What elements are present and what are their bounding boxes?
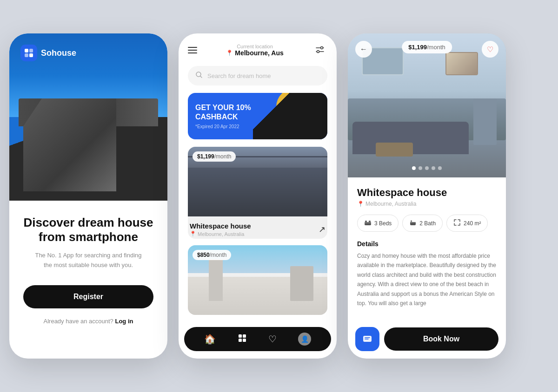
screen-home: Current location 📍 Melbourne, Aus <box>179 33 337 359</box>
area-label: 240 m² <box>464 220 481 227</box>
bottom-action: Book Now <box>348 321 506 359</box>
expand-arrows-icon <box>453 219 461 228</box>
building-facade <box>23 98 116 191</box>
expand-icon-1[interactable]: ↗ <box>319 224 326 235</box>
listing-card-1[interactable]: $1,199/month Whitespace house 📍 Melbourn… <box>188 147 327 239</box>
details-text: Cozy and homey house with the most affor… <box>357 251 497 308</box>
pin-icon-1: 📍 <box>190 231 196 237</box>
photo-dots <box>412 166 442 170</box>
dot-3[interactable] <box>425 166 429 170</box>
listing-location-1: 📍 Melbourne, Australia <box>190 231 251 237</box>
beds-label: 3 Beds <box>374 220 392 227</box>
svg-rect-2 <box>25 53 28 57</box>
detail-content: Whitespace house 📍 Melbourne, Australia <box>348 177 506 321</box>
login-link[interactable]: Log in <box>115 318 133 325</box>
listing-image-1: $1,199/month <box>188 147 327 216</box>
nav-heart-icon[interactable]: ♡ <box>268 333 277 345</box>
svg-rect-17 <box>369 221 371 222</box>
room-table <box>376 143 413 157</box>
screen1-headline: Discover dream house from smartphone <box>20 216 156 244</box>
svg-rect-11 <box>243 334 246 338</box>
register-button[interactable]: Register <box>23 285 153 308</box>
svg-point-7 <box>317 51 319 53</box>
svg-rect-1 <box>29 49 33 52</box>
location-label: Current location <box>226 44 284 49</box>
svg-rect-3 <box>29 53 33 57</box>
dot-2[interactable] <box>418 166 422 170</box>
dot-4[interactable] <box>432 166 435 170</box>
svg-rect-16 <box>365 221 367 222</box>
location-name: 📍 Melbourne, Aus <box>226 49 284 57</box>
filter-icon[interactable] <box>312 43 327 58</box>
location-pin-icon: 📍 <box>226 50 233 56</box>
screen2-header: Current location 📍 Melbourne, Aus <box>179 33 337 62</box>
features-row: 3 Beds 2 Bath <box>357 215 497 232</box>
bottom-nav: 🏠 ♡ 👤 <box>184 327 331 351</box>
hero-image: Sohouse <box>9 33 167 201</box>
svg-rect-10 <box>239 334 242 338</box>
property-name: Whitespace house <box>357 187 497 199</box>
back-button[interactable]: ← <box>355 41 372 58</box>
dot-5[interactable] <box>438 166 442 170</box>
feature-area: 240 m² <box>446 215 488 232</box>
room-wall-art <box>445 52 478 75</box>
screen-detail: ← $1,199/month ♡ Whitespace house 📍 Melb… <box>348 33 506 359</box>
price-badge-1: $1,199/month <box>193 151 236 162</box>
screen1-subtext: The No. 1 App for searching and finding … <box>33 251 144 270</box>
promo-title: GET YOUR 10%CASHBACK <box>195 103 320 121</box>
location-area: Current location 📍 Melbourne, Aus <box>226 44 284 57</box>
listing-image-2: $850/month <box>188 245 327 315</box>
bath-icon <box>409 219 417 228</box>
logo-area: Sohouse <box>20 45 76 61</box>
screen1-content: Discover dream house from smartphone The… <box>9 201 167 359</box>
svg-rect-0 <box>25 49 28 52</box>
message-button[interactable] <box>355 327 379 351</box>
property-location: 📍 Melbourne, Australia <box>357 201 497 207</box>
logo-text: Sohouse <box>41 48 76 58</box>
bed-icon <box>364 219 372 228</box>
book-now-button[interactable]: Book Now <box>384 327 498 351</box>
svg-rect-13 <box>243 339 246 342</box>
feature-beds: 3 Beds <box>357 215 399 232</box>
svg-line-9 <box>200 76 202 78</box>
details-title: Details <box>357 240 497 248</box>
svg-rect-12 <box>239 339 242 342</box>
details-section: Details Cozy and homey house with the mo… <box>357 240 497 308</box>
sohouse-logo-icon <box>20 45 37 61</box>
dot-1[interactable] <box>412 166 416 170</box>
search-placeholder: Search for dream home <box>207 72 271 79</box>
nav-grid-icon[interactable] <box>237 333 247 346</box>
location-pin-icon-3: 📍 <box>357 201 364 207</box>
promo-expiry: *Expired 20 Apr 2022 <box>195 124 320 129</box>
main-photo <box>348 33 506 177</box>
svg-point-5 <box>321 47 323 49</box>
screen-onboarding: Sohouse Discover dream house from smartp… <box>9 33 167 359</box>
feature-bath: 2 Bath <box>402 215 443 232</box>
photo-price-badge: $1,199/month <box>402 41 452 53</box>
screen2-content: GET YOUR 10%CASHBACK *Expired 20 Apr 202… <box>179 93 337 323</box>
nav-home-icon[interactable]: 🏠 <box>204 333 216 345</box>
listing-info-1: Whitespace house 📍 Melbourne, Australia … <box>188 216 327 239</box>
listing-name-1: Whitespace house <box>190 222 251 230</box>
price-badge-2: $850/month <box>193 250 231 260</box>
photo-area: ← $1,199/month ♡ <box>348 33 506 177</box>
search-icon <box>195 71 203 80</box>
nav-profile-avatar[interactable]: 👤 <box>298 333 311 346</box>
promo-banner: GET YOUR 10%CASHBACK *Expired 20 Apr 202… <box>188 93 327 139</box>
listing-card-2[interactable]: $850/month <box>188 245 327 315</box>
screens-container: Sohouse Discover dream house from smartp… <box>9 33 549 359</box>
favorite-button[interactable]: ♡ <box>482 41 498 58</box>
search-bar[interactable]: Search for dream home <box>188 66 327 85</box>
svg-rect-19 <box>411 220 412 222</box>
login-prompt-text: Already have an account? Log in <box>44 318 133 325</box>
bath-label: 2 Bath <box>419 220 436 227</box>
menu-icon[interactable] <box>188 47 197 53</box>
